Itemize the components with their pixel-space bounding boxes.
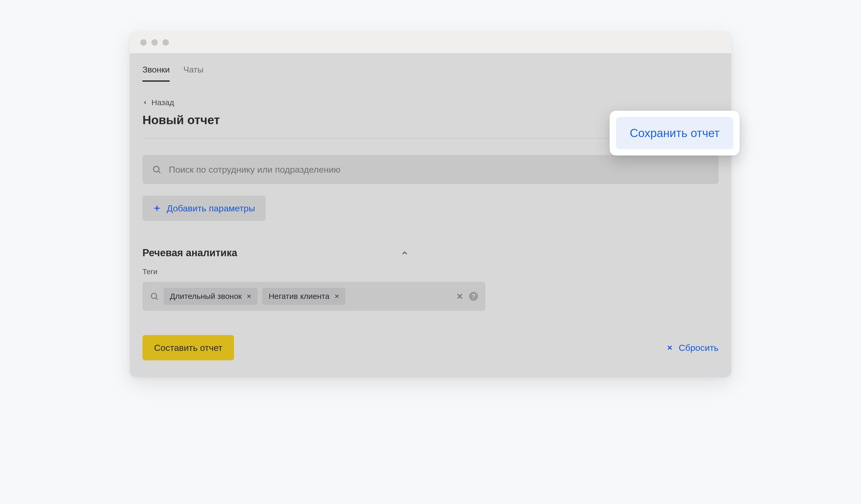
window-titlebar [130, 32, 731, 53]
svg-line-1 [159, 171, 160, 173]
tab-chats[interactable]: Чаты [183, 65, 203, 82]
search-icon [150, 292, 159, 301]
tag-chip-label: Негатив клиента [269, 292, 329, 301]
close-icon[interactable] [334, 293, 340, 299]
svg-point-0 [153, 166, 159, 172]
chevron-left-icon [142, 99, 148, 106]
search-icon [152, 165, 161, 174]
save-report-panel: Сохранить отчет [610, 111, 740, 155]
section-title: Речевая аналитика [142, 247, 237, 258]
window-minimize-dot[interactable] [151, 39, 158, 46]
close-icon [666, 344, 673, 351]
tags-input[interactable]: Длительный звонок Негатив клиента ? [142, 282, 486, 311]
add-parameters-label: Добавить параметры [167, 203, 255, 213]
clear-all-icon[interactable] [455, 292, 464, 301]
tag-chip: Длительный звонок [164, 288, 258, 305]
chevron-up-icon[interactable] [400, 249, 409, 257]
back-label: Назад [151, 98, 174, 107]
back-link[interactable]: Назад [142, 98, 719, 107]
app-window: Звонки Чаты Назад Новый отчет Добавить п… [130, 32, 731, 377]
tag-chip: Негатив клиента [262, 288, 345, 305]
save-report-button[interactable]: Сохранить отчет [616, 117, 733, 149]
tags-label: Теги [142, 268, 719, 276]
action-row: Составить отчет Сбросить [142, 335, 719, 360]
compose-report-button[interactable]: Составить отчет [142, 335, 234, 360]
help-icon[interactable]: ? [469, 292, 478, 301]
svg-point-4 [151, 293, 157, 299]
page-title: Новый отчет [142, 113, 220, 127]
search-box[interactable] [142, 155, 719, 184]
close-icon[interactable] [246, 293, 252, 299]
reset-label: Сбросить [679, 343, 719, 353]
reset-button[interactable]: Сбросить [666, 343, 719, 353]
section-header[interactable]: Речевая аналитика [142, 247, 409, 258]
window-close-dot[interactable] [140, 39, 147, 46]
search-input[interactable] [169, 165, 709, 175]
window-maximize-dot[interactable] [163, 39, 169, 46]
svg-line-5 [156, 298, 158, 300]
content-area: Звонки Чаты Назад Новый отчет Добавить п… [130, 53, 731, 377]
tag-chip-label: Длительный звонок [170, 292, 242, 301]
tab-calls[interactable]: Звонки [142, 65, 169, 82]
tabs-row: Звонки Чаты [142, 53, 719, 82]
add-parameters-button[interactable]: Добавить параметры [142, 196, 265, 221]
plus-icon [153, 204, 161, 212]
